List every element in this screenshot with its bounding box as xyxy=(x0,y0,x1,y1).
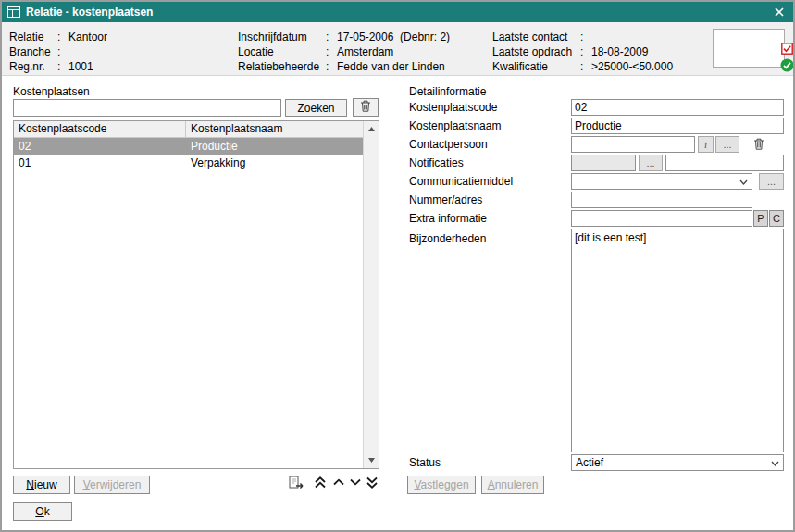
field-label: Locatie xyxy=(238,44,326,59)
notificaties-input-1[interactable] xyxy=(571,155,636,171)
ok-button[interactable]: Ok xyxy=(13,502,72,521)
field-label: Inschrijfdatum xyxy=(238,30,326,44)
field-value: 18-08-2009 xyxy=(591,44,648,59)
green-check-button[interactable] xyxy=(780,58,794,72)
green-check-icon xyxy=(780,61,794,75)
field-value: >25000-<50.000 xyxy=(591,59,673,74)
relatie-kostenplaatsen-dialog: Relatie - kostenplaatsen Relatie:Kantoor… xyxy=(0,0,795,532)
status-select[interactable]: Actief xyxy=(571,454,784,471)
cell-name: Verpakking xyxy=(186,155,363,171)
scroll-up-button[interactable] xyxy=(365,122,379,136)
field-value: 1001 xyxy=(68,59,93,74)
field-label: Kwalificatie xyxy=(492,59,580,74)
title-bar: Relatie - kostenplaatsen xyxy=(2,2,793,22)
chevron-down-icon xyxy=(771,461,779,466)
kostenplaatsnaam-input[interactable] xyxy=(571,118,784,134)
communicatiemiddel-select[interactable] xyxy=(571,173,752,190)
communicatiemiddel-browse-button[interactable]: ... xyxy=(759,173,784,190)
contactpersoon-info-button[interactable]: i xyxy=(698,136,714,153)
communicatiemiddel-label: Communicatiemiddel xyxy=(409,175,513,188)
table-header-row: Kostenplaatscode Kostenplaatsnaam xyxy=(14,121,363,138)
chevron-down-icon xyxy=(350,475,361,489)
status-value: Actief xyxy=(576,456,603,469)
column-header-kostenplaatscode[interactable]: Kostenplaatscode xyxy=(14,121,186,137)
contactpersoon-input[interactable] xyxy=(571,136,695,153)
header-column-1: Relatie:Kantoor Branche: Reg.nr.:1001 xyxy=(9,30,107,74)
extra-informatie-p-button[interactable]: P xyxy=(753,210,768,227)
column-header-kostenplaatsnaam[interactable]: Kostenplaatsnaam xyxy=(186,121,363,137)
red-check-button[interactable] xyxy=(781,43,793,55)
vastleggen-button[interactable]: Vastleggen xyxy=(407,476,476,494)
move-down-button[interactable] xyxy=(350,478,361,486)
chevron-double-down-icon xyxy=(366,477,378,491)
close-button[interactable] xyxy=(771,4,788,20)
field-value: Kantoor xyxy=(68,30,107,44)
nummer-adres-input[interactable] xyxy=(571,192,752,208)
status-label: Status xyxy=(409,456,441,469)
move-top-button[interactable] xyxy=(315,476,326,489)
kostenplaatsen-section-title: Kostenplaatsen xyxy=(13,85,90,98)
detailinformatie-section-title: Detailinformatie xyxy=(409,85,486,98)
export-button[interactable] xyxy=(289,476,304,490)
field-value: Fedde van der Linden xyxy=(337,59,445,74)
delete-search-button[interactable] xyxy=(353,98,379,117)
contactpersoon-label: Contactpersoon xyxy=(409,138,488,151)
zoeken-button[interactable]: Zoeken xyxy=(285,99,347,117)
bijzonderheden-label: Bijzonderheden xyxy=(409,232,486,245)
annuleren-button[interactable]: Annuleren xyxy=(481,476,544,494)
field-label: Relatiebeheerde xyxy=(238,59,326,74)
field-label: Branche xyxy=(9,44,57,59)
kostenplaatscode-input[interactable] xyxy=(571,99,784,116)
scroll-down-button[interactable] xyxy=(365,453,379,467)
header-column-2: Inschrijfdatum:17-05-2006 (Debnr: 2) Loc… xyxy=(238,30,450,74)
chevron-down-icon xyxy=(739,179,748,185)
table-row[interactable]: 02 Productie xyxy=(14,138,363,155)
header-column-3: Laatste contact: Laatste opdrach:18-08-2… xyxy=(492,30,673,74)
bijzonderheden-textarea[interactable]: [dit is een test] xyxy=(571,229,784,452)
move-up-button[interactable] xyxy=(333,478,344,486)
cell-code: 01 xyxy=(14,155,186,171)
export-icon xyxy=(289,479,304,493)
table-body: 02 Productie 01 Verpakking xyxy=(14,138,363,171)
kostenplaatsen-table: Kostenplaatscode Kostenplaatsnaam 02 Pro… xyxy=(13,120,379,469)
arrow-down-icon xyxy=(368,458,375,463)
field-value: Amsterdam xyxy=(337,44,393,59)
header-info: Relatie:Kantoor Branche: Reg.nr.:1001 In… xyxy=(2,22,793,76)
app-icon xyxy=(7,6,20,18)
contactpersoon-browse-button[interactable]: ... xyxy=(715,136,739,153)
field-label: Laatste opdrach xyxy=(492,44,580,59)
field-value: 17-05-2006 (Debnr: 2) xyxy=(337,30,450,44)
chevron-up-icon xyxy=(333,475,344,489)
photo-placeholder xyxy=(713,29,785,68)
field-label: Reg.nr. xyxy=(9,59,57,74)
trash-icon xyxy=(360,100,371,112)
close-icon xyxy=(775,7,784,17)
table-row[interactable]: 01 Verpakking xyxy=(14,155,363,171)
notificaties-browse-button[interactable]: ... xyxy=(639,155,663,171)
notificaties-label: Notificaties xyxy=(409,156,464,169)
window-title: Relatie - kostenplaatsen xyxy=(26,6,765,19)
cell-code: 02 xyxy=(14,138,186,155)
kostenplaatscode-label: Kostenplaatscode xyxy=(409,101,497,114)
red-check-icon xyxy=(781,43,793,57)
arrow-up-icon xyxy=(368,127,375,131)
notificaties-input-2[interactable] xyxy=(665,155,784,171)
verwijderen-button[interactable]: Verwijderen xyxy=(74,476,150,494)
kostenplaatsnaam-label: Kostenplaatsnaam xyxy=(409,119,501,132)
trash-icon xyxy=(753,139,764,153)
move-bottom-button[interactable] xyxy=(366,476,378,489)
contactpersoon-delete-button[interactable] xyxy=(753,138,764,150)
cell-name: Productie xyxy=(186,138,363,155)
field-label: Laatste contact xyxy=(492,30,580,44)
extra-informatie-input[interactable] xyxy=(571,210,752,227)
table-scrollbar[interactable] xyxy=(363,121,379,468)
field-label: Relatie xyxy=(9,30,57,44)
search-input[interactable] xyxy=(13,99,281,117)
extra-informatie-label: Extra informatie xyxy=(409,212,487,225)
extra-informatie-c-button[interactable]: C xyxy=(769,210,784,227)
nieuw-button[interactable]: Nieuw xyxy=(13,476,70,494)
nummer-adres-label: Nummer/adres xyxy=(409,193,482,206)
chevron-double-up-icon xyxy=(315,477,326,491)
